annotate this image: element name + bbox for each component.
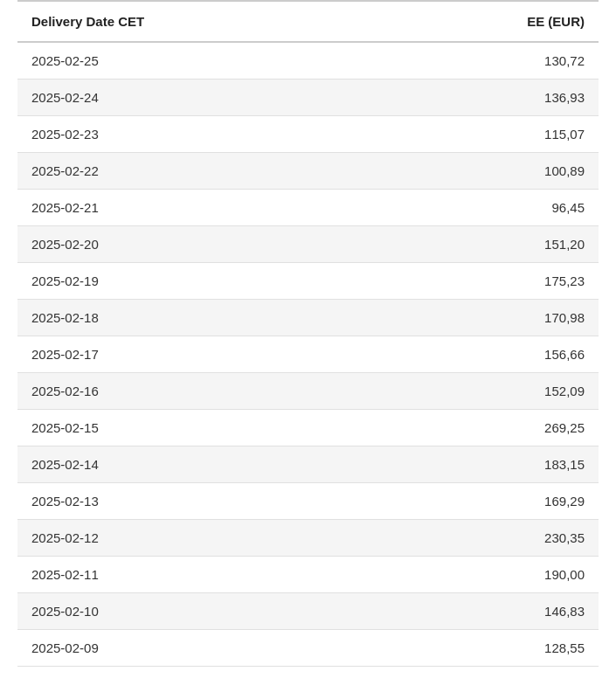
cell-price: 115,07 [379, 116, 599, 153]
cell-date: 2025-02-25 [17, 42, 379, 80]
column-header-date: Delivery Date CET [17, 1, 379, 42]
table-row: 2025-02-24136,93 [17, 80, 599, 116]
table-row: 2025-02-23115,07 [17, 116, 599, 153]
delivery-price-table: Delivery Date CET EE (EUR) 2025-02-25130… [17, 0, 599, 667]
cell-price: 152,09 [379, 373, 599, 410]
cell-price: 230,35 [379, 520, 599, 557]
table-row: 2025-02-25130,72 [17, 42, 599, 80]
cell-price: 136,93 [379, 80, 599, 116]
column-header-price: EE (EUR) [379, 1, 599, 42]
table-header-row: Delivery Date CET EE (EUR) [17, 1, 599, 42]
cell-price: 183,15 [379, 446, 599, 483]
cell-date: 2025-02-16 [17, 373, 379, 410]
cell-date: 2025-02-09 [17, 630, 379, 667]
table-row: 2025-02-20151,20 [17, 226, 599, 263]
table-row: 2025-02-10146,83 [17, 593, 599, 630]
table-row: 2025-02-11190,00 [17, 557, 599, 593]
cell-date: 2025-02-23 [17, 116, 379, 153]
cell-date: 2025-02-20 [17, 226, 379, 263]
table-row: 2025-02-09128,55 [17, 630, 599, 667]
cell-price: 156,66 [379, 336, 599, 373]
table-row: 2025-02-16152,09 [17, 373, 599, 410]
table-row: 2025-02-2196,45 [17, 190, 599, 226]
cell-date: 2025-02-15 [17, 410, 379, 446]
cell-date: 2025-02-22 [17, 153, 379, 190]
cell-date: 2025-02-11 [17, 557, 379, 593]
cell-date: 2025-02-19 [17, 263, 379, 300]
cell-price: 190,00 [379, 557, 599, 593]
table-row: 2025-02-17156,66 [17, 336, 599, 373]
table-container: Delivery Date CET EE (EUR) 2025-02-25130… [0, 0, 616, 667]
table-row: 2025-02-12230,35 [17, 520, 599, 557]
cell-price: 269,25 [379, 410, 599, 446]
cell-price: 175,23 [379, 263, 599, 300]
cell-price: 96,45 [379, 190, 599, 226]
cell-price: 128,55 [379, 630, 599, 667]
cell-price: 130,72 [379, 42, 599, 80]
table-row: 2025-02-19175,23 [17, 263, 599, 300]
table-row: 2025-02-18170,98 [17, 300, 599, 336]
cell-date: 2025-02-12 [17, 520, 379, 557]
cell-date: 2025-02-21 [17, 190, 379, 226]
table-row: 2025-02-14183,15 [17, 446, 599, 483]
cell-date: 2025-02-10 [17, 593, 379, 630]
cell-price: 100,89 [379, 153, 599, 190]
cell-date: 2025-02-14 [17, 446, 379, 483]
cell-date: 2025-02-13 [17, 483, 379, 520]
cell-price: 151,20 [379, 226, 599, 263]
cell-price: 146,83 [379, 593, 599, 630]
cell-date: 2025-02-18 [17, 300, 379, 336]
cell-date: 2025-02-24 [17, 80, 379, 116]
table-row: 2025-02-22100,89 [17, 153, 599, 190]
cell-price: 169,29 [379, 483, 599, 520]
cell-price: 170,98 [379, 300, 599, 336]
cell-date: 2025-02-17 [17, 336, 379, 373]
table-row: 2025-02-13169,29 [17, 483, 599, 520]
table-row: 2025-02-15269,25 [17, 410, 599, 446]
